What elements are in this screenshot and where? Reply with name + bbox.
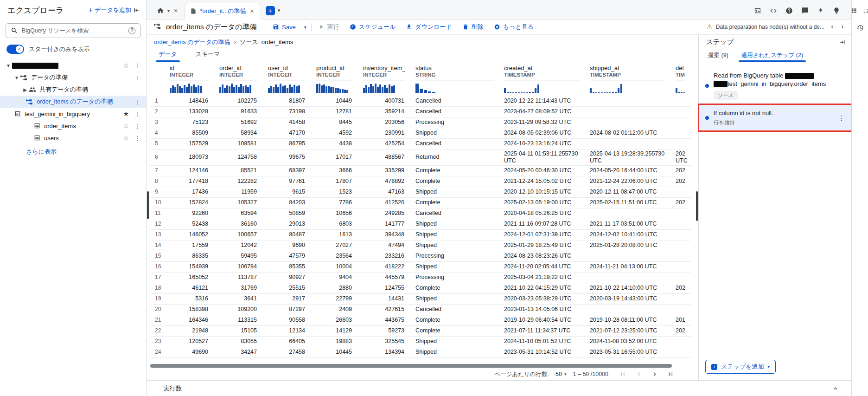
column-histogram-del[interactable] — [672, 80, 691, 96]
star-filled-icon[interactable]: ★ — [120, 110, 132, 117]
column-histogram-status[interactable] — [412, 80, 500, 96]
horizontal-scrollbar-thumb[interactable] — [150, 364, 672, 368]
tab-data-prep-active[interactable]: *order_it...の準備 × — [184, 3, 261, 19]
search-help-icon[interactable]: ? — [128, 27, 135, 34]
cell-status: Processing — [412, 251, 500, 261]
run-button[interactable]: 実行 — [313, 21, 344, 33]
column-header-shipped_at[interactable]: shipped_atTIMESTAMP — [586, 62, 672, 80]
rows-per-page-select[interactable]: 50 ▾ — [555, 371, 566, 377]
help-icon[interactable] — [785, 7, 793, 14]
search-box[interactable]: ? — [6, 23, 140, 38]
prev-message-chevron[interactable] — [827, 22, 837, 32]
chevron-down-icon[interactable]: ▼ — [13, 75, 20, 80]
more-vert-icon[interactable]: ⋮ — [132, 62, 143, 69]
column-histogram-inventory_item_id[interactable] — [359, 80, 412, 96]
more-vert-icon[interactable]: ⋮ — [132, 123, 143, 130]
collapse-results-button[interactable] — [830, 383, 841, 394]
column-header-created_at[interactable]: created_atTIMESTAMP — [500, 62, 586, 80]
gemini-spark-icon[interactable] — [817, 7, 824, 14]
tree-item-shared-data-preparation[interactable]: ▶ 共有データの準備 — [0, 84, 146, 96]
next-message-chevron[interactable] — [837, 22, 848, 32]
first-page-button[interactable] — [618, 369, 629, 380]
save-menu-caret[interactable]: ▾ — [301, 23, 309, 32]
tab-overflow-caret-icon[interactable]: ▾ — [278, 7, 281, 13]
column-histogram-order_id[interactable] — [216, 80, 264, 96]
cell-id: 180973 — [166, 149, 216, 165]
cell-id: 177418 — [166, 176, 216, 187]
tree-item-table-users[interactable]: users ☆ ⋮ — [0, 132, 146, 144]
column-header-del[interactable]: delTIM — [672, 62, 691, 80]
tree-item-project[interactable]: ▼ ☆ ⋮ — [0, 59, 146, 71]
add-data-label: データを追加 — [95, 6, 131, 14]
column-histogram-created_at[interactable] — [500, 80, 586, 96]
code-icon[interactable] — [770, 7, 777, 14]
chevron-down-icon[interactable]: ▼ — [5, 63, 12, 68]
collapse-sidebar-button[interactable] — [131, 5, 142, 16]
tree-item-data-preparation[interactable]: ▼ データの準備 ⋮ — [0, 71, 146, 84]
chevron-down-icon[interactable]: ▾ — [167, 8, 170, 13]
left-scrollbar-thumb[interactable] — [147, 191, 149, 219]
more-vert-icon[interactable]: ⋮ — [132, 135, 143, 142]
schedule-button[interactable]: スケジュール — [345, 21, 401, 33]
preview-bulb-icon[interactable] — [833, 7, 840, 14]
resource-search-input[interactable] — [22, 27, 125, 34]
tab-suggestions[interactable]: 提案 (9) — [702, 49, 735, 62]
history-icon[interactable] — [855, 22, 866, 33]
steps-footer: + ステップを追加 ▾ — [699, 355, 851, 380]
data-prep-icon — [20, 74, 28, 81]
delete-button[interactable]: 削除 — [458, 21, 488, 33]
step-card-filter-id-not-null[interactable]: If column id is not null. 行を維持 ⋮ — [699, 104, 851, 131]
collapse-steps-button[interactable] — [836, 37, 848, 48]
column-header-product_id[interactable]: product_idINTEGER — [313, 62, 359, 80]
more-vert-icon[interactable]: ⋮ — [132, 98, 143, 105]
tree-item-dataset-test-gemini[interactable]: test_gemini_in_bigquery ★ ⋮ — [0, 108, 146, 120]
horizontal-scrollbar[interactable] — [150, 364, 688, 368]
star-icon[interactable]: ☆ — [120, 134, 132, 142]
tab-schema[interactable]: スキーマ — [188, 48, 228, 62]
prev-page-button[interactable] — [633, 369, 645, 380]
tree-item-order-items-prep[interactable]: order_items のデータの準備 ⋮ — [0, 96, 146, 108]
step-card-source[interactable]: Read from BigQuery table test_gemini_in_… — [699, 67, 851, 104]
star-icon[interactable]: ☆ — [120, 62, 132, 69]
show-more-link[interactable]: さらに表示 — [0, 144, 146, 156]
cell-status: Shipped — [412, 128, 500, 138]
more-button[interactable]: もっと見る — [489, 21, 538, 33]
star-icon[interactable]: ☆ — [120, 122, 132, 130]
vertical-scrollbar-thumb[interactable] — [696, 191, 698, 221]
column-header-status[interactable]: statusSTRING — [412, 62, 500, 80]
close-icon[interactable]: × — [249, 7, 255, 15]
chevron-right-icon[interactable]: ▶ — [21, 87, 29, 92]
column-header-order_id[interactable]: order_idINTEGER — [216, 62, 264, 80]
column-header-inventory_item_id[interactable]: inventory_item_idINTEGER — [359, 62, 412, 80]
breadcrumb-parent-link[interactable]: order_items のデータの準備 — [154, 38, 230, 46]
add-step-button[interactable]: + ステップを追加 ▾ — [705, 360, 776, 374]
column-header-id[interactable]: idINTEGER — [166, 62, 216, 80]
last-page-button[interactable] — [665, 369, 676, 380]
column-histogram-product_id[interactable] — [313, 80, 359, 96]
more-vert-icon[interactable]: ⋮ — [132, 110, 143, 117]
column-histogram-user_id[interactable] — [264, 80, 313, 96]
tree-item-table-order-items[interactable]: order_items ☆ ⋮ — [0, 120, 146, 132]
cell-id: 5316 — [166, 293, 216, 304]
cell-id: 133028 — [166, 106, 216, 117]
tab-applied-steps[interactable]: 適用されたステップ (2) — [735, 49, 810, 62]
add-data-button[interactable]: + データを追加 — [89, 6, 131, 14]
close-icon[interactable]: × — [173, 7, 179, 14]
next-page-button[interactable] — [649, 369, 660, 380]
tab-data[interactable]: データ — [151, 48, 185, 62]
column-header-user_id[interactable]: user_idINTEGER — [264, 62, 313, 80]
cloud-shell-icon[interactable] — [754, 7, 761, 14]
new-tab-button[interactable]: + — [266, 6, 275, 15]
cell-created_at: 2019-10-29 06:40:54 UTC — [500, 315, 586, 325]
more-vert-icon[interactable]: ⋮ — [132, 74, 143, 81]
tab-home[interactable]: ▾ × — [151, 2, 184, 19]
starred-only-toggle[interactable]: ✓ — [6, 45, 24, 54]
fullscreen-icon[interactable] — [861, 6, 868, 16]
save-button[interactable]: Save — [268, 22, 300, 32]
more-vert-icon[interactable]: ⋮ — [836, 114, 847, 122]
column-histogram-shipped_at[interactable] — [586, 80, 672, 96]
column-histogram-id[interactable] — [166, 80, 216, 96]
feedback-icon[interactable] — [801, 7, 809, 14]
download-button[interactable]: ダウンロード — [401, 21, 457, 33]
apps-grid-icon[interactable] — [849, 6, 859, 16]
